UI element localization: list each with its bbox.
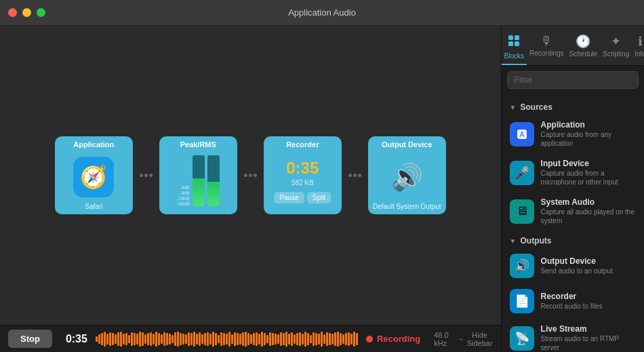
wave-bar [120, 332, 122, 347]
sidebar-item-live-stream[interactable]: 📡 Live Stream Stream audio to an RTMP se… [502, 319, 644, 352]
recorder-item-desc: Record audio to files [541, 302, 636, 311]
wave-bar [323, 334, 325, 344]
wave-bar [196, 334, 198, 345]
tab-scripting[interactable]: ✦ Scripting [600, 30, 632, 65]
live-stream-item-desc: Stream audio to an RTMP server [541, 334, 636, 352]
wave-bar [201, 334, 203, 344]
arrow-right-icon: → [457, 335, 464, 343]
recorder-size: 582 KB [291, 179, 314, 187]
wave-bar [231, 334, 233, 344]
meter-left-fill [193, 178, 205, 206]
wave-bar [345, 333, 347, 345]
sidebar-item-input-device[interactable]: 🎤 Input Device Capture audio from a micr… [502, 153, 644, 192]
output-device-item-desc: Send audio to an output [541, 267, 636, 275]
wave-bar [125, 333, 127, 345]
blocks-tab-icon [507, 34, 521, 51]
meter-right [207, 155, 220, 206]
tab-blocks[interactable]: Blocks [502, 30, 527, 65]
tab-info[interactable]: ℹ Info [632, 30, 644, 65]
main-content: Application 🧭 Safari Peak/RMS [0, 26, 644, 352]
wave-bar [296, 333, 298, 345]
wave-bar [174, 332, 176, 346]
recorder-block[interactable]: Recorder 0:35 582 KB Pause Split [264, 136, 342, 214]
wave-bar [177, 332, 179, 347]
live-stream-item-title: Live Stream [541, 324, 636, 334]
section-outputs[interactable]: ▼ Outputs [502, 231, 644, 248]
wave-bar [326, 332, 328, 346]
wave-bar [182, 334, 184, 345]
peak-rms-label: Peak/RMS [180, 140, 216, 149]
sources-chevron-icon: ▼ [510, 104, 517, 111]
wave-bar [215, 333, 217, 345]
application-block[interactable]: Application 🧭 Safari [55, 136, 133, 214]
sidebar-item-system-audio[interactable]: 🖥 System Audio Capture all audio played … [502, 192, 644, 231]
hide-sidebar-button[interactable]: → Hide Sidebar [457, 331, 493, 347]
wave-bar [291, 332, 293, 346]
output-device-item-text: Output Device Send audio to an output [541, 256, 636, 275]
maximize-button[interactable] [37, 8, 45, 17]
wave-bar [161, 334, 163, 344]
wave-bar [150, 332, 152, 346]
close-button[interactable] [8, 8, 17, 17]
blocks-canvas: Application 🧭 Safari Peak/RMS [0, 26, 501, 325]
application-item-desc: Capture audio from any application [541, 130, 636, 148]
recording-label: Recording [377, 334, 420, 344]
tab-recordings[interactable]: 🎙 Recordings [527, 30, 567, 65]
recording-dot [366, 336, 373, 343]
sidebar-item-application[interactable]: A Application Capture audio from any app… [502, 115, 644, 153]
wave-bar [153, 334, 155, 345]
connector-dots-2 [244, 174, 257, 177]
output-device-subtitle: Default System Output [373, 203, 441, 210]
hide-sidebar-label: Hide Sidebar [467, 331, 493, 347]
peak-rms-block[interactable]: Peak/RMS -3dB -9dB -18dB -36dB [159, 136, 237, 214]
wave-bar [166, 333, 168, 345]
recorder-item-text: Recorder Record audio to files [541, 292, 636, 311]
split-button[interactable]: Split [307, 192, 331, 203]
section-sources[interactable]: ▼ Sources [502, 97, 644, 115]
input-device-item-text: Input Device Capture audio from a microp… [541, 159, 636, 187]
scripting-tab-icon: ✦ [611, 34, 621, 49]
recorder-icon-area: 0:35 582 KB Pause Split [268, 151, 338, 210]
stop-button[interactable]: Stop [8, 330, 52, 348]
tab-schedule-label: Schedule [569, 50, 598, 58]
svg-rect-1 [515, 35, 519, 40]
sidebar-item-recorder[interactable]: 📄 Recorder Record audio to files [502, 283, 644, 319]
wave-bar [304, 332, 306, 347]
wave-bar [247, 333, 249, 345]
wave-bar [283, 333, 285, 345]
dot [348, 174, 352, 177]
live-stream-item-text: Live Stream Stream audio to an RTMP serv… [541, 324, 636, 352]
info-tab-icon: ℹ [638, 34, 643, 49]
wave-bar [288, 334, 290, 345]
minimize-button[interactable] [22, 8, 31, 17]
wave-bar [218, 335, 220, 343]
application-block-label: Application [73, 140, 114, 149]
output-device-block[interactable]: Output Device 🔊 Default System Output [368, 136, 446, 214]
wave-bar [250, 334, 252, 344]
filter-input[interactable] [507, 71, 639, 89]
wave-bar [256, 332, 258, 346]
titlebar: Application Audio [0, 0, 644, 26]
wave-bar [348, 332, 350, 346]
wave-bar [242, 332, 244, 346]
system-audio-icon: 🖥 [510, 199, 534, 224]
wave-bar [313, 332, 315, 346]
wave-bar [144, 334, 146, 344]
outputs-chevron-icon: ▼ [510, 237, 517, 245]
wave-bar [272, 333, 274, 345]
tab-recordings-label: Recordings [529, 50, 564, 57]
wave-bar [169, 334, 171, 345]
tab-schedule[interactable]: 🕐 Schedule [567, 30, 601, 65]
wave-bar [318, 334, 320, 345]
wave-bar [134, 333, 136, 345]
connector-dots-3 [348, 174, 361, 177]
schedule-tab-icon: 🕐 [576, 34, 590, 49]
wave-bar [321, 332, 323, 347]
pause-button[interactable]: Pause [274, 192, 304, 203]
dot [254, 174, 257, 177]
wave-bar [340, 333, 342, 345]
output-device-label: Output Device [382, 140, 432, 149]
meter-left [193, 155, 205, 206]
wave-bar [310, 335, 312, 343]
sidebar-item-output-device[interactable]: 🔊 Output Device Send audio to an output [502, 248, 644, 283]
